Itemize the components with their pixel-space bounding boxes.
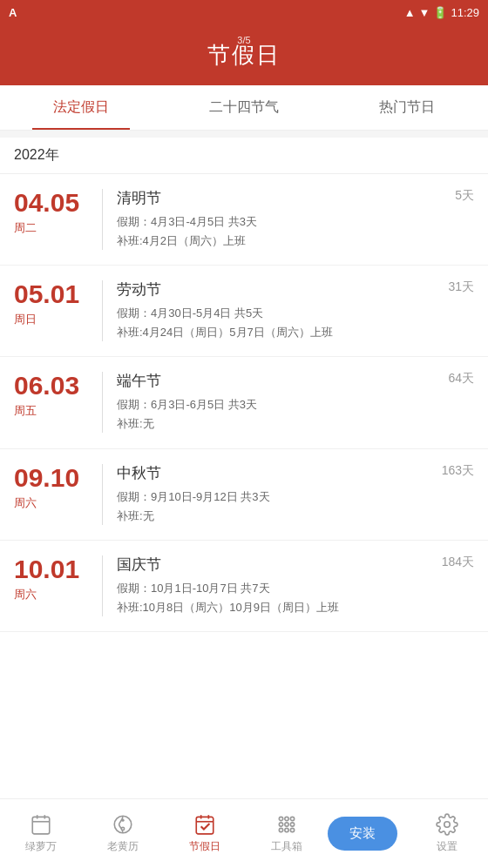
nav-item-tools[interactable]: 工具箱 [246, 813, 328, 854]
svg-point-5 [121, 819, 124, 822]
status-signal: ▲ [404, 6, 416, 19]
svg-point-20 [444, 822, 451, 828]
status-wifi: ▼ [419, 6, 430, 19]
days-badge: 184天 [435, 555, 474, 570]
holiday-detail1: 假期：4月3日-4月5日 共3天 [117, 212, 435, 232]
nav-label-holiday: 节假日 [189, 839, 220, 854]
holiday-name: 中秋节 [117, 463, 435, 483]
svg-rect-7 [196, 817, 214, 834]
days-badge: 64天 [435, 371, 474, 387]
date-day: 周二 [14, 220, 37, 236]
calendar-icon [30, 813, 52, 836]
holiday-info: 中秋节 假期：9月10日-9月12日 共3天 补班:无 [117, 463, 435, 526]
date-block: 10.01 周六 [14, 555, 88, 602]
holiday-icon [193, 813, 216, 836]
holiday-detail1: 假期：9月10日-9月12日 共3天 [117, 488, 435, 507]
svg-rect-0 [32, 817, 50, 834]
list-item[interactable]: 05.01 周日 劳动节 假期：4月30日-5月4日 共5天 补班:4月24日（… [0, 266, 488, 357]
tab-solar-terms[interactable]: 二十四节气 [163, 85, 326, 130]
divider [102, 280, 103, 341]
nav-label-settings: 设置 [437, 839, 458, 854]
status-right: ▲ ▼ 🔋 11:29 [404, 6, 479, 19]
nav-item-old[interactable]: 老黄历 [82, 813, 164, 854]
status-app-icon: A [9, 6, 17, 19]
svg-point-19 [290, 828, 294, 831]
holiday-name: 劳动节 [117, 279, 435, 299]
nav-item-lv[interactable]: 绿萝万 [0, 813, 82, 854]
list-item[interactable]: 10.01 周六 国庆节 假期：10月1日-10月7日 共7天 补班:10月8日… [0, 541, 488, 632]
svg-point-16 [290, 823, 294, 826]
svg-point-13 [290, 817, 294, 820]
svg-point-18 [285, 828, 288, 831]
settings-icon [436, 813, 458, 836]
days-badge: 163天 [435, 463, 474, 479]
date-day: 周五 [14, 403, 37, 419]
status-time: 11:29 [451, 6, 479, 19]
tab-legal-holiday[interactable]: 法定假日 [0, 85, 163, 130]
divider [102, 555, 103, 616]
holiday-detail1: 假期：4月30日-5月4日 共5天 [117, 304, 435, 323]
holiday-detail2: 补班:10月8日（周六）10月9日（周日）上班 [117, 598, 435, 617]
divider [102, 372, 103, 433]
yin-yang-icon [112, 813, 134, 836]
list-item[interactable]: 06.03 周五 端午节 假期：6月3日-6月5日 共3天 补班:无 64天 [0, 357, 488, 448]
svg-point-11 [279, 817, 282, 820]
nav-item-holiday[interactable]: 节假日 [164, 813, 246, 854]
tab-popular-holiday[interactable]: 热门节日 [325, 85, 488, 130]
date-number: 09.10 [14, 463, 79, 492]
date-block: 04.05 周二 [14, 188, 88, 236]
date-number: 04.05 [14, 188, 79, 217]
holiday-info: 国庆节 假期：10月1日-10月7日 共7天 补班:10月8日（周六）10月9日… [117, 555, 435, 617]
svg-point-17 [279, 828, 282, 831]
status-battery: 🔋 [433, 6, 447, 19]
status-bar: A ▲ ▼ 🔋 11:29 [0, 0, 488, 24]
holiday-info: 清明节 假期：4月3日-4月5日 共3天 补班:4月2日（周六）上班 [117, 188, 435, 251]
holiday-detail2: 补班:4月24日（周日）5月7日（周六）上班 [117, 323, 435, 342]
date-day: 周日 [14, 312, 37, 327]
tab-bar: 法定假日 二十四节气 热门节日 [0, 85, 488, 131]
holiday-info: 端午节 假期：6月3日-6月5日 共3天 补班:无 [117, 371, 435, 434]
date-block: 09.10 周六 [14, 463, 88, 511]
holiday-detail2: 补班:无 [117, 507, 435, 526]
install-button[interactable]: 安装 [328, 817, 397, 851]
svg-point-15 [285, 823, 288, 826]
list-item[interactable]: 09.10 周六 中秋节 假期：9月10日-9月12日 共3天 补班:无 163… [0, 449, 488, 541]
nav-item-settings[interactable]: 设置 [406, 813, 488, 854]
svg-point-12 [285, 817, 288, 820]
date-number: 05.01 [14, 279, 79, 308]
days-badge: 5天 [435, 188, 474, 204]
nav-label-lv: 绿萝万 [25, 839, 57, 854]
holiday-name: 清明节 [117, 188, 435, 208]
holiday-list: 04.05 周二 清明节 假期：4月3日-4月5日 共3天 补班:4月2日（周六… [0, 174, 488, 804]
days-badge: 31天 [435, 279, 474, 295]
holiday-detail2: 补班:4月2日（周六）上班 [117, 232, 435, 251]
year-label: 2022年 [0, 138, 488, 174]
nav-label-old: 老黄历 [107, 839, 139, 854]
date-number: 10.01 [14, 555, 79, 583]
svg-point-6 [121, 827, 124, 830]
date-number: 06.03 [14, 371, 79, 400]
holiday-detail1: 假期：6月3日-6月5日 共3天 [117, 395, 435, 414]
nav-label-tools: 工具箱 [271, 839, 302, 854]
divider [102, 189, 103, 250]
toolbox-icon [275, 813, 298, 836]
holiday-info: 劳动节 假期：4月30日-5月4日 共5天 补班:4月24日（周日）5月7日（周… [117, 279, 435, 342]
svg-point-14 [279, 823, 282, 826]
date-day: 周六 [14, 587, 37, 602]
date-day: 周六 [14, 495, 37, 511]
date-block: 05.01 周日 [14, 279, 88, 327]
holiday-name: 端午节 [117, 371, 435, 391]
app-header: 3/5 节假日 [0, 24, 488, 85]
bottom-nav: 绿萝万 老黄历 节假日 工具箱 安装 设置 [0, 798, 488, 868]
holiday-name: 国庆节 [117, 555, 435, 575]
header-badge: 3/5 [237, 35, 250, 45]
holiday-detail2: 补班:无 [117, 414, 435, 434]
list-item[interactable]: 04.05 周二 清明节 假期：4月3日-4月5日 共3天 补班:4月2日（周六… [0, 174, 488, 266]
holiday-detail1: 假期：10月1日-10月7日 共7天 [117, 579, 435, 598]
divider [102, 464, 103, 525]
date-block: 06.03 周五 [14, 371, 88, 419]
